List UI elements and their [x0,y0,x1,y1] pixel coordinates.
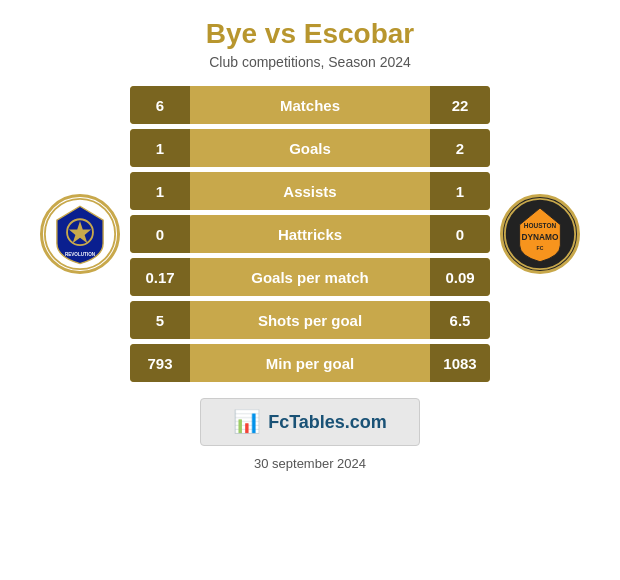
date-footer: 30 september 2024 [254,456,366,471]
svg-text:DYNAMO: DYNAMO [522,232,559,242]
stat-right-value: 22 [430,86,490,124]
stats-table: 6Matches221Goals21Assists10Hattricks00.1… [130,86,490,382]
main-content: REVOLUTION 6Matches221Goals21Assists10Ha… [0,86,620,382]
stat-right-value: 0 [430,215,490,253]
stat-left-value: 6 [130,86,190,124]
stat-label: Min per goal [190,355,430,372]
fctables-text: FcTables.com [268,412,387,433]
stat-right-value: 2 [430,129,490,167]
stat-left-value: 1 [130,172,190,210]
stat-label: Shots per goal [190,312,430,329]
stat-row: 6Matches22 [130,86,490,124]
stat-row: 793Min per goal1083 [130,344,490,382]
stat-label: Goals per match [190,269,430,286]
stat-left-value: 0.17 [130,258,190,296]
stat-left-value: 5 [130,301,190,339]
svg-text:FC: FC [537,245,544,251]
stat-right-value: 0.09 [430,258,490,296]
header: Bye vs Escobar Club competitions, Season… [0,0,620,76]
svg-text:HOUSTON: HOUSTON [524,222,557,229]
stat-label: Goals [190,140,430,157]
stat-row: 0Hattricks0 [130,215,490,253]
stat-row: 1Assists1 [130,172,490,210]
right-team-logo: HOUSTON DYNAMO FC [490,194,590,274]
fctables-icon: 📊 [233,409,260,435]
stat-label: Assists [190,183,430,200]
left-team-logo: REVOLUTION [30,194,130,274]
stat-left-value: 793 [130,344,190,382]
page-title: Bye vs Escobar [0,18,620,50]
stat-row: 5Shots per goal6.5 [130,301,490,339]
fctables-banner: 📊 FcTables.com [200,398,420,446]
stat-right-value: 1083 [430,344,490,382]
stat-row: 0.17Goals per match0.09 [130,258,490,296]
stat-label: Matches [190,97,430,114]
svg-text:REVOLUTION: REVOLUTION [65,252,96,257]
stat-right-value: 1 [430,172,490,210]
stat-label: Hattricks [190,226,430,243]
stat-left-value: 0 [130,215,190,253]
stat-row: 1Goals2 [130,129,490,167]
stat-left-value: 1 [130,129,190,167]
stat-right-value: 6.5 [430,301,490,339]
logo-houston-dynamo: HOUSTON DYNAMO FC [500,194,580,274]
logo-ne-revolution: REVOLUTION [40,194,120,274]
page-subtitle: Club competitions, Season 2024 [0,54,620,70]
